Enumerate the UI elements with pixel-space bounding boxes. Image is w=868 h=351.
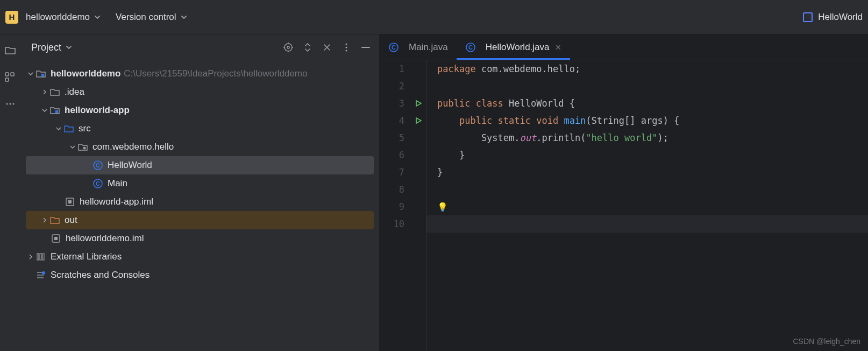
tree-label: com.webdemo.hello: [93, 142, 174, 152]
options-icon[interactable]: [341, 43, 351, 52]
editor: C Main.java C HelloWorld.java ✕ 1 2 3 4 …: [380, 34, 868, 351]
run-gutter-icon[interactable]: [411, 95, 426, 112]
code-token: package: [437, 64, 476, 74]
run-config-selector[interactable]: HelloWorld: [803, 12, 863, 23]
code-token: "hello world": [586, 132, 657, 143]
expand-all-icon[interactable]: [303, 43, 312, 52]
sidebar-title-label: Project: [31, 42, 61, 53]
vcs-dropdown[interactable]: Version control: [116, 12, 187, 23]
more-toolwindows-icon[interactable]: [4, 98, 16, 110]
editor-tabs: C Main.java C HelloWorld.java ✕: [380, 34, 868, 60]
code-token: }: [437, 167, 443, 178]
code-content[interactable]: package com.webdemo.hello; public class …: [426, 60, 868, 351]
class-icon: C: [93, 178, 103, 189]
line-number: 10: [380, 215, 404, 233]
hide-icon[interactable]: [361, 43, 371, 52]
tree-package[interactable]: com.webdemo.hello: [26, 138, 374, 156]
code-token: HelloWorld {: [503, 98, 575, 109]
chevron-down-icon: [26, 71, 35, 76]
svg-rect-26: [54, 237, 58, 240]
library-icon: [35, 251, 46, 262]
tree-label: helloworld-app: [65, 105, 130, 116]
class-icon: C: [465, 42, 476, 53]
chevron-right-icon: [26, 254, 35, 259]
folder-icon: [49, 87, 60, 97]
collapse-all-icon[interactable]: [322, 43, 332, 52]
tree-main-class[interactable]: C Main: [26, 174, 374, 193]
tree-app-module[interactable]: helloworld-app: [26, 101, 374, 120]
code-token: main: [558, 115, 586, 126]
intention-bulb-icon[interactable]: 💡: [437, 202, 448, 212]
tree-label: helloworlddemo.iml: [66, 233, 144, 244]
project-sidebar: Project helloworlddemo C:\Users\21559\Id…: [20, 34, 380, 351]
project-dropdown[interactable]: helloworlddemo: [26, 12, 101, 23]
svg-point-5: [12, 103, 14, 104]
tree-root-iml[interactable]: helloworlddemo.iml: [26, 229, 374, 248]
tool-window-rail: [0, 34, 20, 351]
tree-scratches[interactable]: Scratches and Consoles: [26, 266, 374, 284]
svg-rect-0: [5, 73, 9, 76]
svg-text:C: C: [468, 44, 473, 51]
code-token: }: [437, 150, 465, 160]
top-bar: H helloworlddemo Version control HelloWo…: [0, 0, 868, 34]
tree-root[interactable]: helloworlddemo C:\Users\21559\IdeaProjec…: [26, 65, 374, 83]
run-config-icon: [803, 12, 813, 22]
tree-helloworld-class[interactable]: C HelloWorld: [26, 156, 374, 174]
code-area[interactable]: 1 2 3 4 5 6 7 8 9 10: [380, 60, 868, 351]
package-icon: [77, 142, 88, 152]
project-toolwindow-icon[interactable]: [4, 44, 16, 56]
code-token: (String[] args) {: [586, 115, 679, 126]
close-icon[interactable]: ✕: [555, 43, 561, 52]
chevron-down-icon: [94, 14, 101, 20]
project-tree[interactable]: helloworlddemo C:\Users\21559\IdeaProjec…: [20, 60, 379, 289]
svg-point-12: [345, 43, 347, 45]
chevron-down-icon: [68, 144, 77, 150]
tree-src-folder[interactable]: src: [26, 120, 374, 138]
svg-point-7: [287, 46, 289, 48]
chevron-down-icon: [54, 126, 63, 131]
line-number: 8: [380, 181, 404, 198]
project-view-dropdown[interactable]: Project: [31, 42, 72, 53]
tree-idea-folder[interactable]: .idea: [26, 83, 374, 101]
tree-out-folder[interactable]: out: [26, 211, 374, 229]
svg-rect-1: [11, 73, 14, 76]
select-opened-file-icon[interactable]: [283, 43, 293, 52]
scratches-icon: [35, 270, 46, 280]
vcs-label: Version control: [116, 12, 176, 23]
code-token: .println(: [536, 132, 586, 143]
tree-label: HelloWorld: [108, 160, 152, 171]
line-number: 9: [380, 198, 404, 215]
chevron-right-icon: [40, 89, 49, 95]
line-number: 1: [380, 60, 404, 78]
code-token: com.webdemo.hello;: [476, 64, 580, 74]
svg-rect-29: [42, 254, 44, 260]
tree-app-iml[interactable]: helloworld-app.iml: [26, 193, 374, 211]
chevron-down-icon: [40, 108, 49, 113]
svg-point-14: [345, 50, 347, 51]
tree-label: out: [65, 215, 77, 226]
iml-file-icon: [65, 196, 75, 207]
svg-text:C: C: [96, 162, 100, 169]
tree-label: helloworlddemo: [51, 68, 120, 79]
code-token: System.: [437, 132, 520, 143]
tree-external-libraries[interactable]: External Libraries: [26, 248, 374, 266]
svg-point-18: [83, 147, 86, 150]
svg-point-13: [345, 46, 347, 48]
tab-label: HelloWorld.java: [486, 42, 550, 53]
tab-main-java[interactable]: C Main.java: [380, 34, 457, 60]
code-token: out: [520, 132, 537, 143]
tab-helloworld-java[interactable]: C HelloWorld.java ✕: [457, 34, 570, 60]
chevron-right-icon: [40, 217, 49, 223]
code-token: public static void: [437, 115, 558, 126]
tab-label: Main.java: [409, 42, 448, 53]
code-token: public class: [437, 98, 503, 109]
line-number-gutter: 1 2 3 4 5 6 7 8 9 10: [380, 60, 411, 351]
class-icon: C: [388, 42, 399, 53]
svg-rect-28: [40, 254, 41, 260]
svg-rect-24: [68, 200, 72, 203]
run-gutter-icon[interactable]: [411, 112, 426, 129]
tree-label: Main: [108, 178, 127, 189]
structure-toolwindow-icon[interactable]: [4, 71, 16, 83]
source-folder-icon: [63, 123, 74, 134]
svg-rect-2: [5, 78, 9, 81]
